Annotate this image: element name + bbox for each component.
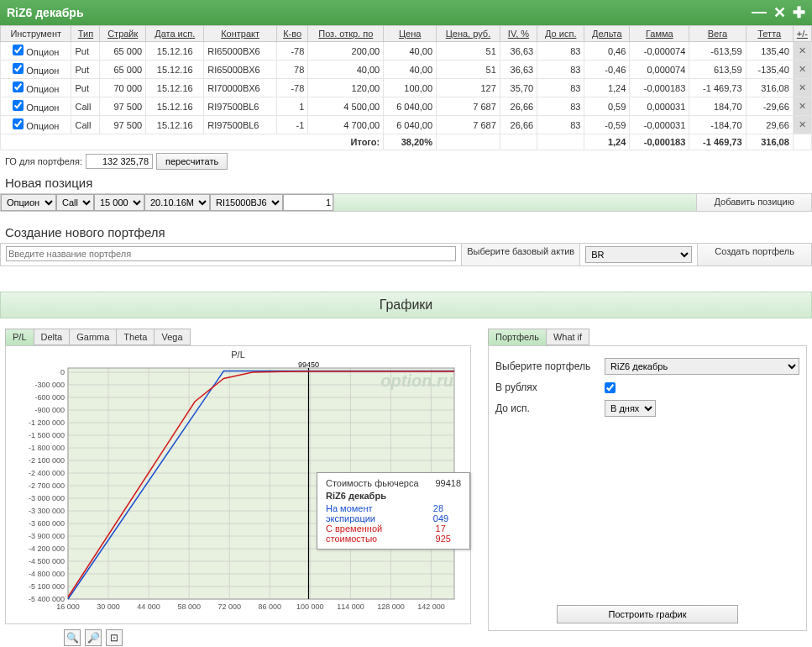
svg-text:-1 500 000: -1 500 000	[29, 431, 65, 439]
svg-text:114 000: 114 000	[337, 602, 364, 611]
col-header[interactable]: IV, %	[500, 26, 537, 42]
tab-портфель[interactable]: Портфель	[488, 329, 547, 345]
svg-text:16 000: 16 000	[56, 602, 80, 611]
col-header[interactable]: Гамма	[630, 26, 689, 42]
row-checkbox[interactable]	[13, 63, 24, 74]
days-select[interactable]: В днях	[605, 400, 656, 417]
svg-text:-2 700 000: -2 700 000	[29, 481, 65, 490]
svg-text:99450: 99450	[298, 360, 319, 369]
select-portfolio[interactable]: RiZ6 декабрь	[605, 358, 799, 375]
delete-row-icon[interactable]: ✕	[793, 42, 811, 60]
row-checkbox[interactable]	[13, 82, 24, 92]
svg-text:-2 100 000: -2 100 000	[29, 456, 65, 465]
newpos-row: Опцион Call 15 000 20.10.16M RI15000BJ6 …	[0, 193, 812, 212]
col-header[interactable]: Вега	[689, 26, 746, 42]
add-position-button[interactable]: Добавить позицию	[696, 194, 811, 211]
zoom-reset-icon[interactable]: ⊡	[106, 629, 123, 646]
svg-text:100 000: 100 000	[296, 602, 324, 611]
svg-text:-5 100 000: -5 100 000	[29, 582, 65, 591]
tab-vega[interactable]: Vega	[154, 329, 190, 345]
tab-gamma[interactable]: Gamma	[69, 329, 117, 345]
recalc-button[interactable]: пересчитать	[156, 153, 228, 170]
svg-text:-4 800 000: -4 800 000	[29, 570, 65, 578]
charts-header: Графики	[0, 292, 812, 318]
createport-heading: Создание нового портфеля	[0, 222, 812, 243]
tab-theta[interactable]: Theta	[116, 329, 155, 345]
delete-row-icon[interactable]: ✕	[793, 60, 811, 79]
chart-tabs: P/LDeltaGammaThetaVega	[5, 329, 471, 345]
minimize-icon[interactable]: —	[752, 3, 767, 22]
go-label: ГО для портфеля:	[5, 156, 82, 166]
zoom-out-icon[interactable]: 🔎	[85, 629, 102, 646]
svg-text:0: 0	[60, 368, 65, 376]
window-title: RiZ6 декабрь	[7, 6, 84, 19]
svg-text:-3 000 000: -3 000 000	[29, 494, 65, 502]
table-row: Опцион Call97 50015.12.16 RI97500BL6-14 …	[1, 116, 812, 134]
svg-text:44 000: 44 000	[137, 602, 160, 611]
newpos-type[interactable]: Call	[56, 194, 94, 211]
newpos-qty[interactable]	[283, 194, 333, 211]
zoom-toolbar: 🔍 🔎 ⊡	[5, 629, 471, 646]
row-checkbox[interactable]	[13, 100, 24, 111]
svg-text:-4 200 000: -4 200 000	[29, 544, 65, 553]
svg-text:30 000: 30 000	[97, 602, 120, 611]
positions-table: ИнструментТипСтрайкДата исп.КонтрактК-во…	[0, 25, 812, 150]
svg-text:86 000: 86 000	[259, 602, 282, 611]
svg-text:142 000: 142 000	[417, 602, 445, 611]
svg-text:-2 400 000: -2 400 000	[29, 469, 65, 477]
col-header[interactable]: +/-	[793, 26, 811, 42]
col-header[interactable]: Инструмент	[1, 26, 71, 42]
add-icon[interactable]: ✚	[793, 3, 805, 22]
table-row: Опцион Put70 00015.12.16 RI70000BX6-7812…	[1, 79, 812, 97]
col-header[interactable]: Тип	[71, 26, 100, 42]
newpos-instr[interactable]: Опцион	[1, 194, 56, 211]
table-row: Опцион Put65 00015.12.16 RI65000BX6-7820…	[1, 42, 812, 60]
newpos-heading: Новая позиция	[0, 172, 812, 193]
createport-row: Выберите базовый актив BR Создать портфе…	[0, 243, 812, 266]
col-header[interactable]: Тетта	[746, 26, 793, 42]
days-label: До исп.	[495, 402, 605, 414]
go-value[interactable]	[86, 154, 153, 169]
close-icon[interactable]: ✕	[773, 3, 786, 22]
delete-row-icon[interactable]: ✕	[793, 79, 811, 97]
col-header[interactable]: Дельта	[584, 26, 630, 42]
create-portfolio-button[interactable]: Создать портфель	[698, 244, 811, 266]
chart-tooltip: Стоимость фьючерса99418 RiZ6 декабрь На …	[317, 472, 470, 550]
portfolio-name-input[interactable]	[6, 246, 456, 261]
newpos-date[interactable]: 20.10.16M	[144, 194, 210, 211]
svg-text:-1 800 000: -1 800 000	[29, 444, 65, 452]
svg-text:-900 000: -900 000	[34, 406, 65, 414]
table-row: Опцион Put65 00015.12.16 RI65000BX67840,…	[1, 60, 812, 79]
base-asset-select[interactable]: BR	[585, 246, 692, 263]
row-checkbox[interactable]	[13, 118, 24, 129]
col-header[interactable]: Страйк	[100, 26, 146, 42]
rub-checkbox[interactable]	[605, 382, 616, 393]
col-header[interactable]: Контракт	[204, 26, 277, 42]
right-tabs: ПортфельWhat if	[488, 329, 807, 345]
delete-row-icon[interactable]: ✕	[793, 116, 811, 134]
svg-text:-3 300 000: -3 300 000	[29, 507, 65, 515]
tab-delta[interactable]: Delta	[34, 329, 71, 345]
titlebar: RiZ6 декабрь — ✕ ✚	[0, 0, 812, 25]
row-checkbox[interactable]	[13, 45, 24, 55]
delete-row-icon[interactable]: ✕	[793, 97, 811, 116]
col-header[interactable]: До исп.	[537, 26, 584, 42]
col-header[interactable]: Поз. откр. по	[308, 26, 384, 42]
svg-text:58 000: 58 000	[177, 602, 201, 611]
chart-title: P/L	[9, 350, 467, 360]
col-header[interactable]: К-во	[276, 26, 307, 42]
svg-text:128 000: 128 000	[377, 602, 405, 611]
zoom-in-icon[interactable]: 🔍	[64, 629, 81, 646]
tab-what-if[interactable]: What if	[546, 329, 589, 345]
newpos-contract[interactable]: RI15000BJ6	[210, 194, 283, 211]
col-header[interactable]: Дата исп.	[146, 26, 204, 42]
select-portfolio-label: Выберите портфель	[495, 360, 605, 372]
tab-p/l[interactable]: P/L	[5, 329, 34, 345]
col-header[interactable]: Цена, руб.	[437, 26, 500, 42]
newpos-strike[interactable]: 15 000	[94, 194, 144, 211]
base-asset-label: Выберите базовый актив	[462, 244, 580, 266]
svg-text:-4 500 000: -4 500 000	[29, 557, 65, 565]
table-row: Опцион Call97 50015.12.16 RI97500BL614 5…	[1, 97, 812, 116]
col-header[interactable]: Цена	[384, 26, 437, 42]
build-chart-button[interactable]: Построить график	[557, 605, 737, 623]
